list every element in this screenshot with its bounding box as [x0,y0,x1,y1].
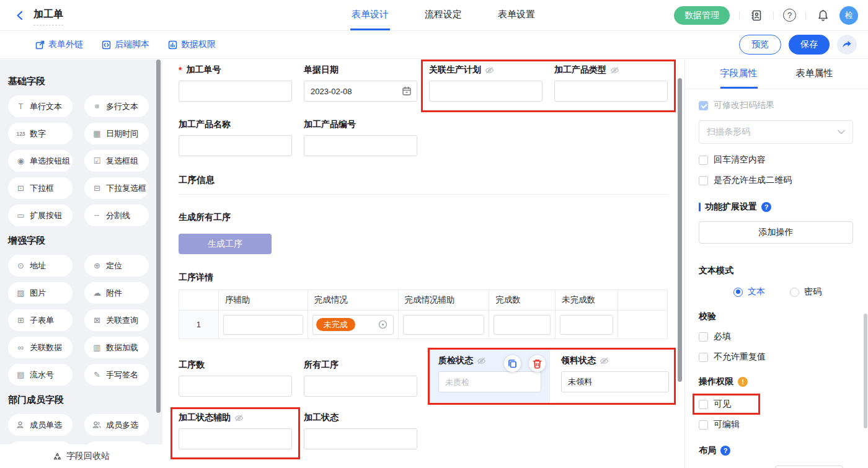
save-button[interactable]: 保存 [789,35,830,55]
field-all-process[interactable]: 所有工序 [304,354,417,403]
help-icon[interactable]: ? [720,446,730,456]
preview-button[interactable]: 预览 [739,35,781,55]
notification-button[interactable] [815,8,830,23]
add-action-button[interactable]: 添加操作 [699,221,853,244]
tab-form-setting[interactable]: 表单设置 [497,0,536,30]
required-row: 必填 [699,331,853,342]
tab-form-properties[interactable]: 表单属性 [796,60,833,89]
text-mode-password-radio[interactable]: 密码 [790,286,822,298]
tab-flow-setting[interactable]: 流程设定 [423,0,463,30]
aux-cell-input[interactable] [223,315,303,335]
copy-field-button[interactable] [504,355,521,372]
scan-type-select[interactable]: 扫描条形码 [699,120,853,144]
single-line-text-icon: T [16,102,25,111]
permission-title: 操作权限 ! [699,376,853,387]
sidebar-item-member-multi[interactable]: 成员多选 [84,414,149,436]
form-external-link[interactable]: 表单外链 [35,39,83,50]
sidebar-item-location[interactable]: ⊕定位 [84,255,149,276]
field-material-status[interactable]: 领料状态 [561,350,669,403]
allow-qrcode-checkbox[interactable] [699,176,708,185]
sidebar-item-single-line-text[interactable]: T单行文本 [8,95,73,117]
backend-script-link[interactable]: 后端脚本 [102,39,149,50]
material-status-input[interactable] [561,371,669,392]
clear-on-enter-checkbox[interactable] [699,156,708,165]
field-order-no[interactable]: *加工单号 [179,65,292,102]
warning-icon[interactable]: ! [738,377,748,387]
field-qc-status-selected[interactable]: 质检状态 [430,350,550,403]
radio-on-icon [733,288,743,297]
product-name-input[interactable] [179,135,292,156]
avatar[interactable]: 检 [839,6,858,25]
scan-result-checkbox[interactable] [699,101,708,110]
completion-aux-cell-input[interactable] [403,315,485,335]
field-product-name[interactable]: 加工产品名称 [179,120,292,156]
contacts-button[interactable] [749,8,764,23]
order-no-input[interactable] [179,81,292,102]
sidebar-item-linked-data[interactable]: ∞关联数据 [8,337,73,358]
status-aux-input[interactable] [179,428,292,449]
qc-status-input[interactable] [438,371,541,392]
data-manage-button[interactable]: 数据管理 [674,6,730,25]
sidebar-item-subform[interactable]: ⊞子表单 [8,309,73,331]
field-process-detail[interactable]: 工序详情 序辅助 完成情况 完成情况辅助 完成数 未完成数 1 [179,273,668,339]
related-plan-input[interactable] [429,81,542,102]
calendar-icon [402,86,412,96]
undone-count-cell-input[interactable] [560,315,613,335]
sidebar-item-data-load[interactable]: ▥数据加载 [84,337,149,358]
field-bill-date[interactable]: 单据日期 [304,65,417,102]
sidebar-item-radio-group[interactable]: ◉单选按钮组 [8,150,73,172]
panel-scrollbar[interactable] [864,314,867,428]
tab-form-design[interactable]: 表单设计 [350,0,390,30]
share-arrow-icon [842,40,852,49]
process-count-input[interactable] [179,376,292,397]
member-single-icon [16,421,25,429]
field-product-type[interactable]: 加工产品类型 [554,65,668,102]
tab-field-properties[interactable]: 字段属性 [720,60,758,89]
sidebar-scrollbar[interactable] [156,60,161,413]
field-recycle-bin[interactable]: 字段回收站 [0,444,162,468]
sidebar-item-datetime[interactable]: ▦日期时间 [84,123,149,144]
all-process-input[interactable] [304,376,417,397]
field-width-select[interactable]: 1/4 [775,466,843,468]
sidebar-item-image[interactable]: ▨图片 [8,282,73,304]
canvas-scrollbar[interactable] [678,78,682,382]
help-icon[interactable]: ? [761,202,771,212]
sidebar-item-multi-dropdown[interactable]: ⊟下拉复选框 [84,177,149,199]
sidebar-item-serial-number[interactable]: ▤流水号 [8,364,73,386]
editable-checkbox[interactable] [699,420,708,430]
field-related-plan[interactable]: 关联生产计划 [429,65,542,102]
product-type-input[interactable] [554,81,668,102]
bill-date-input[interactable] [304,81,417,102]
sidebar-item-checkbox-group[interactable]: ☑复选框组 [84,150,149,172]
text-mode-text-radio[interactable]: 文本 [733,286,765,298]
sidebar-item-multi-line-text[interactable]: ≡多行文本 [84,95,149,117]
sidebar-item-member-single[interactable]: 成员单选 [8,414,73,436]
completion-status-select[interactable]: 未完成 [312,315,394,335]
share-button[interactable] [837,35,857,55]
product-no-input[interactable] [304,135,417,156]
sidebar-item-extend-button[interactable]: ▭扩展按钮 [8,205,73,226]
sidebar-item-address[interactable]: ⊙地址 [8,255,73,276]
sidebar-item-signature[interactable]: ✎手写签名 [84,364,149,386]
required-checkbox[interactable] [699,332,708,342]
sidebar-item-number[interactable]: 123数字 [8,123,73,144]
field-process-status[interactable]: 加工状态 [304,413,417,449]
field-status-aux[interactable]: 加工状态辅助 [179,413,292,449]
field-generate-process[interactable]: 生成所有工序 生成工序 [179,213,668,254]
multi-dropdown-icon: ⊟ [92,183,102,193]
delete-field-button[interactable] [529,355,546,372]
field-process-count[interactable]: 工序数 [179,354,292,403]
no-duplicate-checkbox[interactable] [699,353,708,362]
done-count-cell-input[interactable] [494,315,551,335]
field-product-no[interactable]: 加工产品编号 [304,120,417,156]
sidebar-item-lookup-query[interactable]: ⊠关联查询 [84,309,149,331]
visible-checkbox[interactable] [699,400,708,409]
sidebar-item-dropdown[interactable]: ⊡下拉框 [8,177,73,199]
data-permission-link[interactable]: 数据权限 [168,39,216,50]
generate-process-button[interactable]: 生成工序 [179,234,272,254]
sidebar-item-attachment[interactable]: ☁附件 [84,282,149,304]
back-button[interactable] [12,8,27,23]
process-status-input[interactable] [304,428,417,449]
sidebar-item-divider-line[interactable]: ╌分割线 [84,205,149,226]
help-button[interactable]: ? [783,9,796,22]
